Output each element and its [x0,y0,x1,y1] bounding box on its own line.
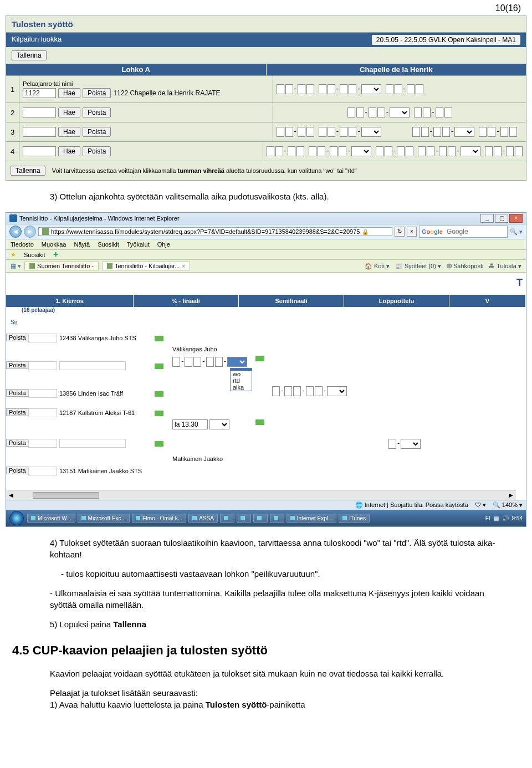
score-input[interactable] [386,84,393,94]
score-input[interactable] [515,146,523,156]
hae-button[interactable]: Hae [58,107,80,117]
score-input[interactable] [506,146,514,156]
player-id-input[interactable] [23,88,56,98]
menu-item[interactable]: Näytä [74,241,90,248]
result-dropdown[interactable] [454,127,474,137]
hae-button[interactable]: Hae [58,146,80,156]
advance-icon[interactable] [155,391,163,397]
address-bar[interactable]: https://www.tennisassa.fi/modules/system… [38,227,392,236]
score-input[interactable] [328,84,335,94]
tray-lang[interactable]: FI [485,515,490,521]
horizontal-scrollbar[interactable]: ◄ ► [6,490,516,500]
taskbar-item[interactable]: Microsoft W... [27,514,75,523]
score-input[interactable] [298,84,305,94]
tab-close-icon[interactable]: × [182,263,185,269]
score-input[interactable] [347,107,355,117]
menu-item[interactable]: Ohje [157,241,170,248]
search-glass-icon[interactable]: 🔍 ▾ [510,228,523,235]
favorites-label[interactable]: Suosikit [24,252,45,258]
score-input[interactable] [349,127,356,137]
result-dropdown[interactable] [351,146,371,156]
score-input[interactable] [494,146,502,156]
score-input[interactable] [376,146,383,156]
score-input[interactable] [277,84,284,94]
mail-tool[interactable]: ✉ Sähköposti [447,263,484,270]
advance-icon[interactable] [155,411,163,416]
score-input[interactable] [339,146,346,156]
advance-icon[interactable] [155,441,163,447]
favorites-star-icon[interactable]: ★ [11,251,16,258]
score-input[interactable] [288,146,295,156]
score-input[interactable] [349,84,356,94]
seed-slot[interactable] [28,408,57,417]
score-input[interactable] [293,386,301,396]
delete-button[interactable]: Poista [6,439,29,447]
score-input[interactable] [439,146,447,156]
delete-button[interactable]: Poista [6,361,29,369]
seed-slot[interactable] [28,389,57,398]
menu-item[interactable]: Tiedosto [11,241,34,248]
delete-button[interactable]: Poista [6,467,29,474]
taskbar-item[interactable]: Elmo - Omat k... [132,514,186,523]
score-input[interactable] [412,127,420,137]
score-input[interactable] [395,84,402,94]
score-input[interactable] [296,146,304,156]
player-slot[interactable] [59,361,126,370]
poista-button[interactable]: Poista [83,127,111,137]
player-id-input[interactable] [23,146,56,156]
tray-vol-icon[interactable]: 🔊 [502,515,509,521]
tab-suomen-tennisliitto[interactable]: Suomen Tennisliitto - [24,262,99,270]
score-input[interactable] [509,127,517,137]
menu-item[interactable]: Työkalut [127,241,150,248]
seed-slot[interactable] [28,334,57,342]
minimize-button[interactable]: _ [480,214,494,223]
taskbar-item[interactable]: ASSA [188,514,218,523]
result-dropdown-open[interactable] [227,357,247,367]
feeds-tool[interactable]: 📰 Syötteet (0) ▾ [395,263,441,270]
advance-icon[interactable] [155,336,163,341]
home-tool[interactable]: 🏠 Koti ▾ [365,263,390,270]
close-button[interactable]: × [509,214,523,223]
score-input[interactable] [444,107,452,117]
score-input[interactable] [277,127,284,137]
poista-button[interactable]: Poista [83,107,111,117]
score-input[interactable] [319,127,326,137]
score-input[interactable] [193,357,201,367]
search-box[interactable]: Google [419,226,508,238]
score-input[interactable] [298,127,305,137]
taskbar-item[interactable]: Internet Expl... [287,514,336,523]
dropdown-option-wo[interactable]: wo [231,371,252,377]
score-input[interactable] [275,146,283,156]
score-input[interactable] [407,84,415,94]
score-input[interactable] [306,127,314,137]
score-input[interactable] [442,127,450,137]
score-input[interactable] [172,357,180,367]
score-input[interactable] [414,107,422,117]
save-button-bottom[interactable]: Tallenna [11,166,45,176]
score-input[interactable] [448,146,456,156]
player-id-input[interactable] [23,107,56,117]
score-input[interactable] [328,127,335,137]
player-id-input[interactable] [23,127,56,137]
delete-button[interactable]: Poista [6,389,29,397]
score-input[interactable] [206,357,214,367]
menu-item[interactable]: Suosikit [98,241,119,248]
score-input[interactable] [488,127,495,137]
score-input[interactable] [485,146,493,156]
tab-list-icon[interactable]: ▦ ▾ [11,263,21,270]
hae-button[interactable]: Hae [58,127,80,137]
search-input[interactable] [445,227,505,237]
score-input[interactable] [272,386,280,396]
tray-net-icon[interactable]: ▦ [494,515,499,521]
result-dropdown[interactable] [327,386,347,396]
score-input[interactable] [340,127,347,137]
taskbar-item[interactable] [253,514,268,523]
score-input[interactable] [406,146,413,156]
score-input[interactable] [385,146,392,156]
hae-button[interactable]: Hae [58,88,80,98]
taskbar-item[interactable] [270,514,284,523]
score-input[interactable] [479,127,487,137]
score-input[interactable] [427,146,434,156]
result-dropdown[interactable] [361,84,381,94]
seed-slot[interactable] [28,361,57,370]
